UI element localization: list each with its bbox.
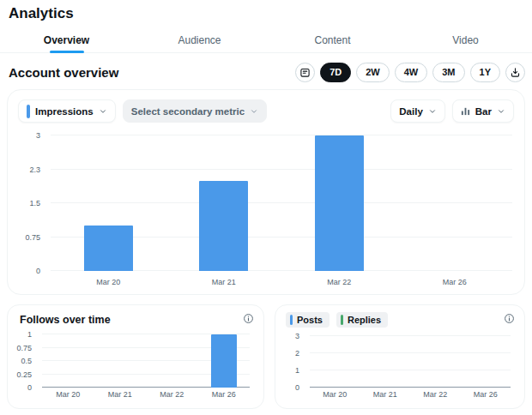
category-slot bbox=[360, 336, 411, 388]
posts-replies-card: Posts Replies 0123 Mar 20Mar 21Mar 22Mar… bbox=[275, 304, 525, 409]
follows-card-title: Follows over time bbox=[20, 314, 111, 326]
range-1y-button[interactable]: 1Y bbox=[470, 63, 500, 82]
y-tick-label: 0.75 bbox=[25, 233, 40, 242]
tab-audience[interactable]: Audience bbox=[133, 28, 266, 52]
posts-replies-bar-chart: 0123 Mar 20Mar 21Mar 22Mar 26 bbox=[282, 334, 517, 401]
metric-controls: Impressions Select secondary metric bbox=[18, 99, 267, 123]
category-slot bbox=[198, 334, 251, 388]
interval-dropdown[interactable]: Daily bbox=[390, 99, 445, 123]
y-tick-label: 1.5 bbox=[29, 199, 40, 208]
calendar-icon bbox=[299, 67, 311, 78]
bar-mar-20 bbox=[84, 226, 133, 271]
x-tick-label: Mar 26 bbox=[198, 390, 251, 401]
primary-metric-label: Impressions bbox=[35, 106, 94, 117]
category-slot bbox=[310, 336, 360, 388]
bar-mar-22 bbox=[315, 135, 364, 271]
posts-accent-bar bbox=[290, 315, 293, 325]
follows-info-button[interactable] bbox=[243, 313, 254, 324]
range-3m-button[interactable]: 3M bbox=[432, 63, 464, 82]
x-tick-label: Mar 21 bbox=[94, 390, 147, 401]
range-cluster: 7D 2W 4W 3M 1Y bbox=[295, 63, 525, 82]
section-title: Account overview bbox=[9, 65, 118, 80]
category-slot bbox=[42, 334, 94, 388]
legend-replies-chip: Replies bbox=[336, 312, 388, 328]
export-button[interactable] bbox=[505, 63, 525, 82]
legend: Posts Replies bbox=[286, 312, 388, 328]
range-7d-label: 7D bbox=[329, 67, 342, 77]
impressions-card: Impressions Select secondary metric Dail… bbox=[7, 89, 525, 295]
section-header: Account overview 7D 2W 4W 3M 1Y bbox=[9, 60, 525, 84]
category-slot bbox=[397, 135, 513, 271]
bars bbox=[42, 334, 250, 388]
y-tick-label: 3 bbox=[36, 131, 40, 140]
tab-audience-label: Audience bbox=[178, 34, 221, 46]
x-tick-label: Mar 21 bbox=[166, 278, 282, 289]
tab-content[interactable]: Content bbox=[266, 28, 399, 52]
chart-controls: Impressions Select secondary metric Dail… bbox=[18, 99, 514, 123]
y-tick-label: 0.5 bbox=[21, 357, 32, 365]
plot-area bbox=[51, 135, 512, 271]
metric-accent-bar bbox=[27, 105, 30, 118]
category-slot bbox=[281, 135, 397, 271]
bars bbox=[51, 135, 512, 271]
chart-type-dropdown[interactable]: Bar bbox=[452, 99, 514, 123]
bar-chart-icon bbox=[461, 106, 470, 116]
x-tick-label: Mar 22 bbox=[281, 278, 397, 289]
y-axis: 0123 bbox=[282, 336, 305, 388]
tab-overview-label: Overview bbox=[44, 34, 89, 46]
category-slot bbox=[166, 135, 282, 271]
range-3m-label: 3M bbox=[442, 67, 455, 77]
impressions-bar-chart: 00.751.52.33 Mar 20Mar 21Mar 22Mar 26 bbox=[18, 131, 514, 289]
y-tick-label: 1 bbox=[27, 330, 32, 339]
y-tick-label: 0 bbox=[295, 383, 299, 392]
category-slot bbox=[461, 336, 511, 388]
y-tick-label: 0 bbox=[36, 267, 40, 275]
tab-content-label: Content bbox=[314, 34, 350, 46]
tab-video[interactable]: Video bbox=[399, 28, 532, 52]
x-tick-label: Mar 22 bbox=[410, 390, 461, 401]
category-slot bbox=[410, 336, 461, 388]
range-4w-button[interactable]: 4W bbox=[395, 63, 428, 82]
posts-replies-info-button[interactable] bbox=[504, 313, 515, 324]
range-2w-label: 2W bbox=[366, 67, 380, 77]
page-title: Analytics bbox=[9, 5, 74, 22]
info-icon bbox=[504, 313, 515, 324]
y-tick-label: 0.25 bbox=[16, 370, 32, 379]
chevron-down-icon bbox=[99, 107, 107, 116]
range-4w-label: 4W bbox=[404, 67, 419, 77]
info-icon bbox=[243, 313, 254, 324]
category-slot bbox=[94, 334, 147, 388]
interval-label: Daily bbox=[399, 106, 423, 117]
x-axis: Mar 20Mar 21Mar 22Mar 26 bbox=[51, 278, 512, 289]
chevron-down-icon bbox=[428, 107, 437, 116]
y-tick-label: 2 bbox=[295, 349, 299, 358]
y-tick-label: 0.75 bbox=[16, 344, 32, 352]
x-tick-label: Mar 21 bbox=[360, 390, 411, 401]
range-7d-button[interactable]: 7D bbox=[320, 63, 351, 82]
x-tick-label: Mar 22 bbox=[146, 390, 198, 401]
y-tick-label: 3 bbox=[295, 332, 299, 340]
primary-metric-dropdown[interactable]: Impressions bbox=[18, 99, 116, 123]
x-tick-label: Mar 26 bbox=[397, 278, 513, 289]
range-2w-button[interactable]: 2W bbox=[356, 63, 390, 82]
display-controls: Daily Bar bbox=[390, 99, 514, 123]
y-axis: 00.751.52.33 bbox=[18, 135, 45, 271]
y-axis: 00.250.50.751 bbox=[15, 334, 37, 388]
plot-area bbox=[42, 334, 250, 388]
y-tick-label: 0 bbox=[27, 383, 32, 392]
bars bbox=[310, 336, 511, 388]
tab-video-label: Video bbox=[452, 34, 478, 46]
x-tick-label: Mar 26 bbox=[461, 390, 511, 401]
follows-bar-chart: 00.250.50.751 Mar 20Mar 21Mar 22Mar 26 bbox=[15, 333, 257, 401]
analytics-page: Analytics Overview Audience Content Vide… bbox=[0, 0, 532, 415]
chevron-down-icon bbox=[250, 107, 258, 116]
replies-accent-bar bbox=[341, 315, 343, 325]
x-axis: Mar 20Mar 21Mar 22Mar 26 bbox=[42, 390, 250, 401]
tab-overview[interactable]: Overview bbox=[0, 28, 133, 52]
plot-area bbox=[310, 336, 511, 388]
y-tick-label: 1 bbox=[295, 366, 299, 375]
secondary-metric-label: Select secondary metric bbox=[131, 106, 245, 117]
secondary-metric-dropdown[interactable]: Select secondary metric bbox=[123, 99, 267, 123]
x-axis: Mar 20Mar 21Mar 22Mar 26 bbox=[310, 390, 511, 401]
date-picker-button[interactable] bbox=[295, 63, 315, 82]
